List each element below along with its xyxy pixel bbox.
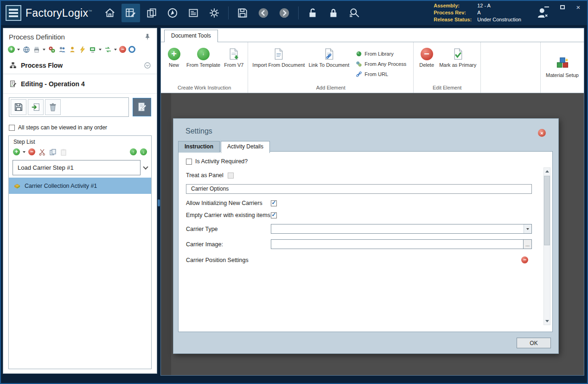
lock-icon[interactable]	[324, 4, 343, 22]
remove-position-icon[interactable]	[521, 256, 528, 263]
back-icon[interactable]	[254, 4, 273, 22]
carrier-type-select[interactable]	[271, 224, 532, 234]
flash-icon[interactable]	[78, 45, 86, 53]
process-definition-icon[interactable]	[121, 4, 140, 22]
step-list-empty-area[interactable]	[9, 194, 151, 369]
is-activity-required-row: Is Activity Required?	[186, 158, 545, 165]
move-step-up-icon[interactable]	[130, 148, 137, 155]
delete-operation-button[interactable]	[45, 99, 61, 115]
add-step-caret[interactable]	[23, 151, 26, 153]
move-step-down-icon[interactable]	[140, 148, 147, 155]
add-dropdown-caret[interactable]	[17, 49, 20, 51]
empty-carrier-label: Empty Carrier with existing items	[186, 212, 271, 218]
ok-button[interactable]: OK	[517, 338, 551, 348]
close-button[interactable]: ×	[574, 3, 582, 11]
edit-instruction-button[interactable]	[133, 98, 151, 116]
link-to-document-button[interactable]: Link To Document	[307, 45, 351, 83]
forward-icon[interactable]	[275, 4, 294, 22]
remove-icon[interactable]	[119, 46, 126, 53]
cut-icon[interactable]	[38, 148, 46, 156]
pin-icon[interactable]	[143, 33, 151, 41]
status-ring-icon[interactable]	[128, 46, 135, 53]
audit-search-icon[interactable]	[345, 4, 364, 22]
from-library-button[interactable]: From Library	[356, 51, 406, 57]
user-yellow-icon[interactable]	[68, 45, 76, 53]
from-v7-button[interactable]: From V7	[223, 45, 245, 83]
print-icon[interactable]	[32, 45, 40, 53]
window-controls: ×	[543, 3, 582, 11]
material-setup-button[interactable]: Material Setup	[540, 42, 584, 93]
scroll-up-icon[interactable]	[544, 168, 550, 175]
settings-gear-icon[interactable]	[205, 4, 224, 22]
empty-carrier-checkbox[interactable]	[271, 212, 277, 218]
mark-as-primary-button[interactable]: Mark as Primary	[438, 45, 478, 83]
print-dropdown-caret[interactable]	[43, 49, 45, 51]
users-icon[interactable]	[58, 45, 66, 53]
news-icon[interactable]	[184, 4, 203, 22]
document-canvas: Settings × Instruction Activity Details …	[161, 93, 584, 375]
carrier-image-browse-button[interactable]: ...	[524, 239, 532, 249]
factorylogix-logo-icon	[6, 5, 21, 21]
splitter-handle[interactable]	[158, 199, 160, 206]
new-instruction-button[interactable]: New	[164, 45, 184, 83]
is-activity-required-label: Is Activity Required?	[195, 158, 248, 165]
is-activity-required-checkbox[interactable]	[186, 159, 192, 165]
activity-label: Carrier Collection Activity #1	[25, 183, 97, 189]
activity-list-item[interactable]: Carrier Collection Activity #1	[9, 178, 151, 194]
mark-as-primary-icon	[451, 47, 465, 60]
from-template-button[interactable]: From Template	[185, 45, 222, 83]
flow-actions-icon[interactable]	[104, 45, 112, 53]
ribbon-group-add: Import From Document Link To Document Fr…	[248, 42, 414, 93]
collapse-circle-icon[interactable]	[143, 61, 151, 69]
tab-activity-details[interactable]: Activity Details	[221, 141, 270, 153]
scroll-down-icon[interactable]	[544, 318, 550, 325]
dialog-scrollbar[interactable]	[543, 167, 550, 325]
allow-initializing-checkbox[interactable]	[271, 200, 277, 206]
empty-carrier-row: Empty Carrier with existing items	[186, 212, 545, 218]
step-selector[interactable]: Load Carrier Step #1	[13, 160, 141, 175]
maximize-button[interactable]	[558, 3, 567, 11]
documents-icon[interactable]	[142, 4, 161, 22]
import-operation-button[interactable]	[28, 99, 44, 115]
process-flow-row[interactable]: Process Flow	[3, 58, 157, 74]
release-status-label: Release Status:	[434, 17, 472, 23]
allow-initializing-label: Allow Initializing New Carriers	[186, 200, 271, 206]
export-monitor-icon[interactable]	[89, 45, 96, 53]
save-icon[interactable]	[233, 4, 252, 22]
dialog-close-icon[interactable]: ×	[538, 129, 546, 137]
paste-icon[interactable]	[59, 148, 67, 156]
unlock-icon[interactable]	[303, 4, 322, 22]
export-dropdown-caret[interactable]	[99, 49, 102, 51]
tab-document-tools[interactable]: Document Tools	[164, 30, 218, 42]
flow-dropdown-caret[interactable]	[114, 49, 117, 51]
from-url-icon	[356, 71, 362, 77]
sync-gears-icon[interactable]	[48, 45, 56, 53]
dialog-title: Settings	[185, 127, 212, 135]
step-expand-chevron-icon[interactable]	[143, 164, 148, 169]
add-icon[interactable]	[8, 46, 15, 53]
delete-element-button[interactable]: Delete	[416, 45, 437, 83]
material-setup-icon	[556, 56, 569, 70]
add-step-icon[interactable]	[13, 148, 20, 155]
tab-instruction[interactable]: Instruction	[178, 141, 220, 153]
app-window: FactoryLogix™	[0, 0, 588, 384]
step-selector-row: Load Carrier Step #1	[13, 160, 147, 175]
from-any-process-button[interactable]: From Any Process	[356, 61, 406, 67]
assembly-info: Assembly: 12 - A Process Rev: A Release …	[434, 3, 521, 23]
panel-header: Process Definition	[3, 28, 157, 43]
import-from-document-button[interactable]: Import From Document	[251, 45, 306, 83]
remove-step-icon[interactable]	[28, 148, 35, 155]
carrier-image-input[interactable]	[271, 239, 524, 249]
navigate-icon[interactable]	[163, 4, 182, 22]
scrollbar-thumb[interactable]	[544, 176, 550, 245]
all-steps-checkbox[interactable]	[9, 125, 15, 131]
home-icon[interactable]	[101, 4, 119, 22]
step-list-groupbox: Step List	[8, 135, 152, 369]
carrier-image-row: Carrier Image: ...	[186, 239, 545, 249]
minimize-button[interactable]	[543, 3, 551, 11]
copy-icon[interactable]	[49, 148, 57, 156]
hyperlink-globe-icon[interactable]	[22, 45, 30, 53]
from-url-button[interactable]: From URL	[356, 71, 406, 77]
save-operation-button[interactable]	[11, 99, 26, 115]
carrier-type-dropdown-icon[interactable]	[524, 224, 531, 233]
